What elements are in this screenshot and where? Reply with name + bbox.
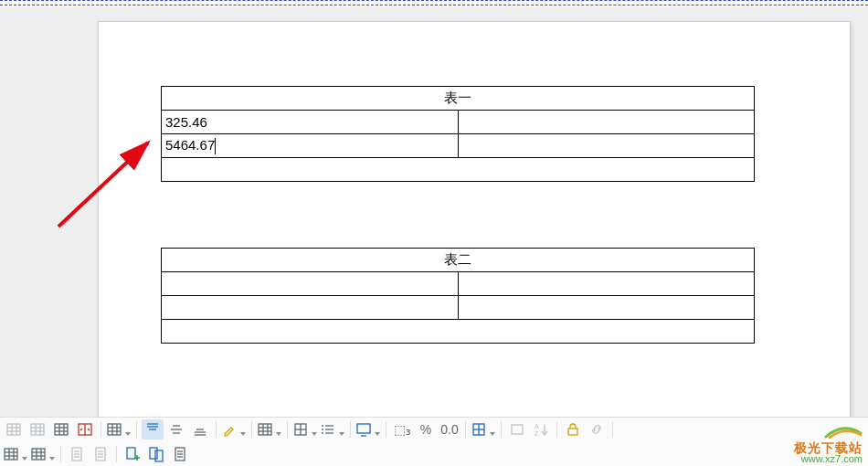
new-row-icon[interactable] (30, 444, 56, 464)
list-icon[interactable] (320, 419, 345, 440)
cell[interactable] (458, 134, 755, 158)
svg-rect-11 (55, 424, 68, 435)
svg-rect-49 (357, 424, 370, 433)
chevron-down-icon (312, 432, 317, 436)
cell[interactable] (458, 272, 755, 296)
table-two-title[interactable]: 表二 (162, 249, 755, 272)
table-two[interactable]: 表二 (161, 248, 755, 344)
cell-value: 5464.67 (165, 137, 215, 153)
svg-rect-20 (108, 424, 121, 435)
table-row[interactable] (162, 296, 755, 320)
table-one[interactable]: 表一 325.46 5464.67 (161, 86, 755, 182)
screen-icon[interactable] (355, 419, 381, 440)
toolbar-separator (101, 421, 101, 438)
toolbar-separator (216, 421, 217, 438)
page-one-icon (66, 444, 88, 464)
toolbar: ⬚₃%0.0AZ (0, 417, 868, 466)
table-highlight-icon (26, 419, 48, 440)
number-format-icon[interactable]: ⬚₃ (391, 419, 413, 440)
grid-toggle-icon[interactable] (471, 419, 496, 440)
text-cursor (215, 138, 216, 154)
toolbar-separator (116, 446, 117, 462)
ruler-divider (0, 0, 868, 5)
shape-icon (506, 419, 528, 440)
svg-point-47 (322, 429, 323, 430)
decimal-icon[interactable]: 0.0 (439, 419, 460, 440)
table-row[interactable] (162, 158, 755, 182)
cell[interactable] (162, 296, 459, 320)
svg-rect-80 (150, 448, 157, 459)
toolbar-separator (386, 421, 386, 438)
toolbar-separator (136, 421, 137, 438)
lock-icon[interactable] (562, 419, 584, 440)
table-split-icon[interactable] (74, 419, 96, 440)
toolbar-separator (251, 421, 252, 438)
toolbar-separator (287, 421, 288, 438)
table-style-icon[interactable] (50, 419, 72, 440)
sort-az-icon: AZ (530, 419, 552, 440)
cell-active[interactable]: 5464.67 (162, 134, 459, 158)
highlighter-icon[interactable] (221, 419, 247, 440)
svg-rect-6 (31, 424, 44, 435)
chevron-down-icon (22, 457, 27, 461)
cell[interactable] (162, 272, 459, 296)
doc-add-icon[interactable] (122, 444, 143, 464)
page-two-icon (90, 444, 111, 464)
table-gap (152, 182, 797, 248)
svg-line-19 (88, 429, 90, 430)
toolbar-row-1: ⬚₃%0.0AZ (0, 418, 868, 442)
link-icon (586, 419, 608, 440)
svg-point-48 (322, 432, 323, 434)
chevron-down-icon (490, 432, 495, 436)
svg-rect-34 (224, 435, 228, 437)
toolbar-separator (612, 421, 613, 438)
svg-rect-59 (5, 449, 17, 460)
valign-bottom-icon[interactable] (189, 419, 211, 440)
chevron-down-icon (339, 432, 344, 436)
toolbar-row-2 (0, 442, 868, 467)
svg-text:Z: Z (535, 430, 539, 437)
borders-icon[interactable] (292, 419, 318, 440)
percent-icon[interactable]: % (415, 419, 437, 440)
table-row[interactable] (162, 272, 755, 296)
cell[interactable] (458, 296, 755, 320)
doc-merge-icon[interactable] (145, 444, 167, 464)
svg-rect-81 (155, 450, 163, 461)
chevron-down-icon (49, 457, 55, 461)
toolbar-separator (60, 446, 61, 462)
svg-point-46 (322, 425, 323, 427)
svg-rect-54 (512, 425, 523, 434)
table-one-title[interactable]: 表一 (162, 87, 755, 111)
table-row[interactable]: 325.46 (162, 111, 755, 134)
table-insert-icon (3, 419, 25, 440)
valign-top-icon[interactable] (142, 419, 164, 440)
svg-rect-58 (568, 429, 577, 435)
toolbar-separator (465, 421, 466, 438)
svg-text:A: A (535, 423, 539, 429)
valign-middle-icon[interactable] (165, 419, 187, 440)
document-workspace: 表一 325.46 5464.67 表二 (0, 7, 868, 417)
chevron-down-icon (240, 432, 246, 436)
row-ops-icon[interactable] (106, 419, 132, 440)
chevron-down-icon (375, 432, 380, 436)
toolbar-separator (501, 421, 502, 438)
svg-line-18 (80, 429, 82, 430)
chevron-down-icon (125, 432, 131, 436)
toolbar-separator (556, 421, 557, 438)
cell[interactable] (458, 111, 755, 134)
cell[interactable] (162, 320, 755, 344)
doc-list-icon[interactable] (169, 444, 191, 464)
svg-rect-1 (7, 424, 20, 435)
chevron-down-icon (276, 432, 281, 436)
svg-rect-64 (32, 449, 45, 460)
toolbar-separator (350, 421, 351, 438)
cell[interactable] (162, 158, 755, 182)
table-format-icon[interactable] (257, 419, 282, 440)
table-row[interactable]: 5464.67 (162, 134, 755, 158)
new-table-icon[interactable] (3, 444, 28, 464)
svg-rect-77 (127, 448, 135, 459)
cell[interactable]: 325.46 (162, 111, 459, 134)
table-row[interactable] (162, 320, 755, 344)
page[interactable]: 表一 325.46 5464.67 表二 (99, 22, 850, 417)
svg-rect-35 (259, 424, 271, 435)
